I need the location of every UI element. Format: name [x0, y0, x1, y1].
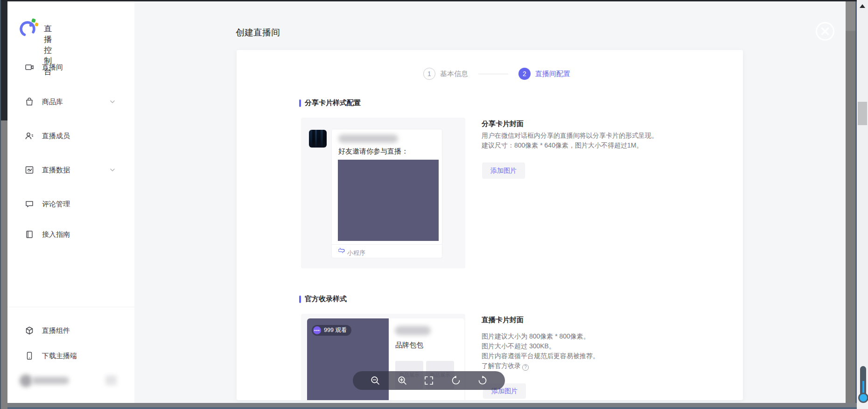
- step-1-circle: 1: [423, 68, 435, 80]
- app-screen: 直播控制台 直播间 商品库: [0, 0, 868, 409]
- stepper: 1 基本信息 2 直播间配置: [237, 68, 743, 80]
- step-2-circle: 2: [518, 68, 531, 80]
- share-card-section-header: 分享卡片样式配置: [299, 99, 361, 107]
- mini-program-icon: [338, 247, 345, 254]
- chart-icon: [25, 165, 34, 175]
- window-frame-left-lower: [0, 120, 7, 409]
- window-border-bottom: [0, 407, 857, 409]
- live-dots-icon: •••: [313, 326, 321, 334]
- live-cover-desc-line3: 图片内容遵循平台规范后更容易被推荐。: [482, 351, 599, 361]
- window-frame-top: [0, 0, 857, 1]
- section-accent-bar: [299, 99, 301, 107]
- share-card-preview-panel: 好友邀请你参与直播： 小程序: [301, 118, 465, 268]
- live-title-redacted: [395, 326, 431, 335]
- sidebar-item-label: 直播间: [42, 63, 63, 72]
- product-name: 品牌包包: [395, 341, 423, 350]
- inner-scrollbar[interactable]: [846, 0, 855, 404]
- chat-sender-name-redacted: [338, 134, 398, 143]
- sidebar-corner-chip-redacted: [105, 375, 117, 385]
- invite-text: 好友邀请你参与直播：: [338, 147, 408, 156]
- phone-icon: [25, 351, 34, 360]
- share-card-divider: [332, 244, 442, 245]
- book-icon: [25, 230, 34, 239]
- window-border-left: [0, 0, 1, 409]
- chat-avatar-image: [309, 130, 327, 148]
- video-camera-icon: [25, 63, 34, 72]
- sidebar-item-label: 商品库: [42, 98, 63, 106]
- window-frame-bottom: [0, 403, 857, 407]
- sidebar-item-label: 直播数据: [42, 166, 70, 175]
- section-title: 分享卡片样式配置: [305, 99, 361, 107]
- viewer-count-badge: ••• 999 观看: [312, 325, 351, 336]
- share-card-preview: 好友邀请你参与直播： 小程序: [331, 129, 442, 258]
- section-title: 官方收录样式: [305, 295, 347, 303]
- sidebar-item-product-library[interactable]: 商品库: [7, 92, 134, 111]
- inner-scrollbar-thumb[interactable]: [846, 0, 855, 31]
- sidebar-item-label: 直播成员: [42, 132, 70, 141]
- viewer-count-text: 999 观看: [324, 326, 347, 334]
- zoom-out-icon[interactable]: [370, 375, 381, 386]
- member-icon: [25, 131, 34, 141]
- sidebar-divider: [7, 307, 134, 307]
- rotate-right-icon[interactable]: [477, 375, 488, 386]
- live-cover-title: 直播卡片封面: [482, 316, 524, 324]
- outer-scrollbar-thumb[interactable]: [858, 102, 867, 125]
- chevron-down-icon[interactable]: [109, 167, 116, 173]
- step-1-label: 基本信息: [440, 70, 468, 78]
- sidebar-item-label: 下载主播端: [42, 352, 77, 360]
- sidebar-item-live-members[interactable]: 直播成员: [7, 127, 134, 145]
- help-icon[interactable]: ?: [522, 364, 529, 371]
- add-share-image-button[interactable]: 添加图片: [482, 162, 525, 179]
- user-avatar-redacted[interactable]: [20, 374, 32, 387]
- page-title: 创建直播间: [236, 27, 280, 39]
- outer-scrollbar[interactable]: [857, 0, 868, 409]
- sidebar-item-download-anchor-app[interactable]: 下载主播端: [7, 346, 134, 365]
- shopping-bag-icon: [25, 97, 34, 106]
- chevron-down-icon[interactable]: [109, 99, 116, 105]
- sidebar-item-comment-management[interactable]: 评论管理: [7, 195, 134, 213]
- step-2-label: 直播间配置: [535, 70, 570, 78]
- official-listing-link-row: 了解官方收录?: [482, 361, 529, 371]
- image-viewer-toolbar: [353, 371, 505, 390]
- share-cover-title: 分享卡片封面: [482, 120, 524, 128]
- user-name-redacted: [32, 377, 69, 384]
- share-cover-desc-line2: 建议尺寸：800像素 * 640像素，图片大小不得超过1M。: [482, 141, 643, 150]
- sidebar-item-live-room[interactable]: 直播间: [7, 58, 134, 77]
- official-listing-section-header: 官方收录样式: [299, 295, 347, 303]
- official-listing-link[interactable]: 了解官方收录: [482, 362, 521, 369]
- live-cover-desc-line2: 图片大小不超过 300KB。: [482, 341, 555, 351]
- sidebar-item-live-components[interactable]: 直播组件: [7, 321, 134, 340]
- sidebar-item-label: 评论管理: [42, 200, 70, 209]
- sidebar-item-label: 直播组件: [42, 326, 70, 335]
- fullscreen-icon[interactable]: [423, 375, 434, 386]
- share-cover-desc-line1: 用户在微信对话框内分享的直播间将以分享卡片的形式呈现。: [482, 131, 658, 141]
- close-icon[interactable]: [815, 21, 835, 42]
- sidebar-item-label: 接入指南: [42, 230, 70, 239]
- zoom-in-icon[interactable]: [397, 375, 408, 386]
- create-live-room-modal: 1 基本信息 2 直播间配置 分享卡片样式配置 好友邀请你参与直播：: [237, 50, 743, 400]
- speech-bubble-icon: [25, 199, 34, 209]
- live-cover-desc-line1: 图片建议大小为 800像素 * 800像素。: [482, 331, 590, 341]
- mini-program-label: 小程序: [347, 249, 365, 257]
- app-logo-icon: [16, 17, 39, 39]
- cube-icon: [25, 326, 34, 335]
- share-card-cover-placeholder: [338, 160, 439, 241]
- step-connector: [478, 74, 508, 74]
- scroll-up-arrow-icon[interactable]: [860, 4, 865, 8]
- rotate-left-icon[interactable]: [450, 375, 462, 386]
- sidebar-item-integration-guide[interactable]: 接入指南: [7, 225, 134, 244]
- section-accent-bar: [299, 296, 301, 303]
- sidebar: 直播控制台 直播间 商品库: [7, 1, 134, 403]
- sidebar-item-live-data[interactable]: 直播数据: [7, 161, 134, 179]
- window-frame-left: [0, 0, 7, 120]
